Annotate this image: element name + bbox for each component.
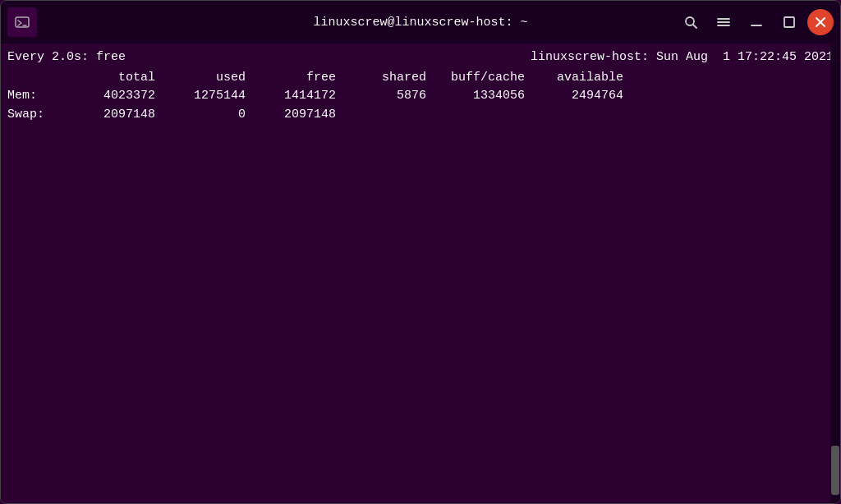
window-title: linuxscrew@linuxscrew-host: ~ — [313, 16, 527, 30]
swap-available — [525, 106, 623, 125]
svg-line-3 — [693, 25, 696, 28]
table-row-swap: Swap: 2097148 0 2097148 — [7, 106, 834, 125]
col-used-header: used — [155, 69, 246, 88]
mem-label: Mem: — [7, 87, 57, 106]
mem-buffcache: 1334056 — [426, 87, 525, 106]
mem-total: 4023372 — [57, 87, 155, 106]
search-button[interactable] — [676, 7, 705, 37]
close-icon — [815, 16, 826, 28]
maximize-icon — [782, 15, 797, 30]
menu-button[interactable] — [709, 7, 738, 37]
minimize-button[interactable] — [742, 7, 771, 37]
mem-free: 1414172 — [246, 87, 336, 106]
mem-used: 1275144 — [155, 87, 246, 106]
swap-buffcache — [426, 106, 525, 125]
titlebar-controls — [676, 7, 834, 37]
titlebar: linuxscrew@linuxscrew-host: ~ — [1, 1, 840, 44]
svg-rect-8 — [784, 17, 794, 27]
table-header-row: total used free shared buff/cache availa… — [7, 69, 834, 88]
col-available-header: available — [525, 69, 623, 88]
col-free-header: free — [246, 69, 336, 88]
maximize-button[interactable] — [774, 7, 804, 37]
swap-shared — [336, 106, 426, 125]
swap-label: Swap: — [7, 106, 57, 125]
menu-icon — [716, 15, 731, 30]
terminal-status-line: Every 2.0s: free linuxscrew-host: Sun Au… — [7, 48, 834, 67]
col-total-header: total — [57, 69, 155, 88]
mem-shared: 5876 — [336, 87, 426, 106]
mem-available: 2494764 — [525, 87, 623, 106]
col-shared-header: shared — [336, 69, 426, 88]
terminal-content[interactable]: Every 2.0s: free linuxscrew-host: Sun Au… — [1, 44, 840, 503]
search-icon — [683, 15, 698, 30]
col-buffcache-header: buff/cache — [426, 69, 525, 88]
scrollbar[interactable] — [830, 44, 840, 503]
minimize-icon — [749, 15, 764, 30]
swap-used: 0 — [155, 106, 246, 125]
col-label-header — [7, 69, 57, 88]
titlebar-left — [7, 7, 37, 37]
terminal-window: linuxscrew@linuxscrew-host: ~ — [0, 0, 841, 504]
swap-free: 2097148 — [246, 106, 336, 125]
scrollbar-thumb[interactable] — [831, 446, 839, 495]
watch-command: Every 2.0s: free — [7, 48, 126, 67]
close-button[interactable] — [807, 9, 834, 35]
terminal-icon-button[interactable] — [7, 7, 37, 37]
swap-total: 2097148 — [57, 106, 155, 125]
hostname-datetime: linuxscrew-host: Sun Aug 1 17:22:45 2021 — [531, 48, 834, 67]
table-row-mem: Mem: 4023372 1275144 1414172 5876 133405… — [7, 87, 834, 106]
terminal-icon — [14, 14, 30, 30]
